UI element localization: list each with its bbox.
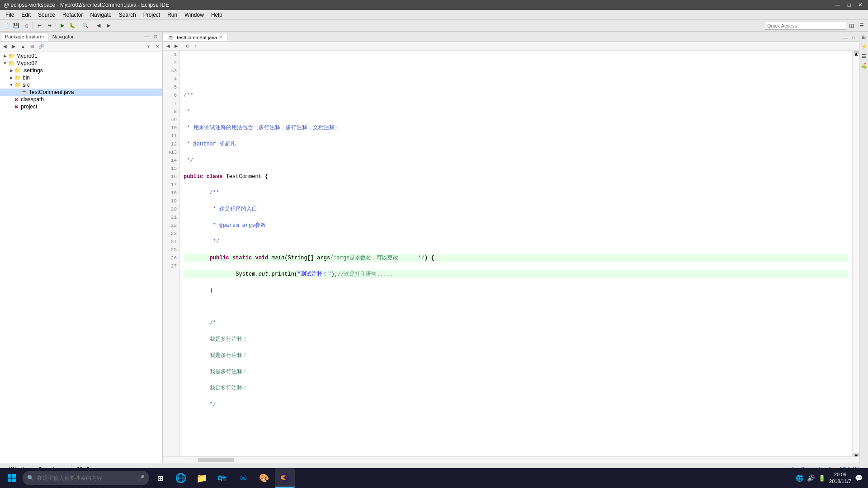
menu-edit[interactable]: Edit	[18, 11, 34, 19]
browser-button[interactable]	[171, 468, 191, 488]
taskbar-search-wrap: 🔍 🎤	[23, 471, 149, 485]
tab-navigator[interactable]: Navigator	[48, 33, 78, 41]
left-toolbar: ◀ ▶ ▲ ⊟ 🔗 ▾ ✕	[0, 42, 162, 52]
notification-icon[interactable]: 💬	[855, 474, 863, 482]
volume-icon[interactable]: 🔊	[807, 474, 815, 482]
mail-button[interactable]: ✉	[233, 468, 253, 488]
menu-project[interactable]: Project	[140, 11, 164, 19]
tree-item-classpath[interactable]: ▶ ✖ .classpath	[0, 96, 162, 103]
tree-item-testcomment[interactable]: ▶ ☕ TestComment.java	[0, 89, 162, 96]
menu-refactor[interactable]: Refactor	[59, 11, 86, 19]
right-icon-2[interactable]: ⚡	[860, 42, 868, 52]
folder-icon-settings: 📁	[14, 67, 21, 74]
window-controls[interactable]: — □ ✕	[833, 2, 864, 8]
scroll-up-button[interactable]: ▲	[854, 51, 859, 54]
run-button[interactable]: ▶	[58, 21, 67, 30]
search-button[interactable]: 🔍	[81, 21, 90, 30]
taskbar-mic-icon[interactable]: 🎤	[138, 475, 145, 481]
view-menu-button[interactable]: ▾	[144, 42, 152, 51]
right-icon-4[interactable]: ⛳	[860, 61, 868, 70]
editor-maximize-button[interactable]: □	[850, 34, 857, 41]
svg-rect-3	[12, 479, 16, 482]
tree-item-src[interactable]: ▼ 📁 src	[0, 81, 162, 89]
tree-item-project-file[interactable]: ▶ ✖ .project	[0, 103, 162, 110]
code-line-23	[184, 417, 849, 425]
line-1: 1	[163, 51, 179, 59]
code-line-3: /**	[184, 91, 849, 99]
code-scroll-area[interactable]: 1 2 ⊖3 4 5 6 7 8 ⊖9 10 11 12 ⊖13 14 15 1…	[163, 51, 859, 456]
line-8: 8	[163, 108, 179, 116]
menu-file[interactable]: File	[2, 11, 18, 19]
tree-arrow-settings[interactable]: ▶	[8, 68, 14, 73]
scroll-down-button[interactable]: ▼	[854, 453, 859, 456]
network-icon[interactable]: 🌐	[796, 474, 803, 482]
quick-access-input[interactable]	[765, 22, 846, 30]
back-nav-button[interactable]: ◀	[1, 42, 9, 51]
minimize-button[interactable]: —	[833, 2, 842, 8]
save-button[interactable]: 💾	[12, 21, 21, 30]
new-button[interactable]: 📄	[2, 21, 11, 30]
tab-package-explorer[interactable]: Package Explorer	[1, 33, 48, 41]
tree-item-bin[interactable]: ▶ 📁 bin	[0, 74, 162, 81]
tab-close-button[interactable]: ✕	[219, 35, 222, 40]
tree-item-mypro02[interactable]: ▼ 📁 Mypro02	[0, 60, 162, 67]
tree-arrow-bin[interactable]: ▶	[8, 75, 14, 80]
up-nav-button[interactable]: ▲	[19, 42, 27, 51]
horizontal-scrollbar[interactable]	[163, 456, 859, 463]
taskbar-search-input[interactable]	[23, 471, 149, 485]
tree-label-classpath: .classpath	[19, 96, 44, 103]
debug-button[interactable]: 🐛	[68, 21, 77, 30]
main-area: Package Explorer Navigator — □ ◀ ▶ ▲ ⊟ 🔗…	[0, 32, 868, 463]
menu-source[interactable]: Source	[34, 11, 59, 19]
left-tabs: Package Explorer Navigator — □	[0, 32, 162, 42]
next-edit-button[interactable]: ▶	[173, 42, 180, 50]
menu-run[interactable]: Run	[164, 11, 181, 19]
last-edit-button[interactable]: ⊙	[184, 42, 191, 50]
minimize-panel-button[interactable]: —	[142, 33, 151, 41]
prev-edit-button[interactable]: ◀	[165, 42, 172, 50]
code-line-24	[184, 433, 849, 441]
maximize-panel-button[interactable]: □	[151, 33, 160, 41]
taskbar-clock[interactable]: 20:09 2018/11/7	[829, 471, 851, 485]
code-area[interactable]: 1 2 ⊖3 4 5 6 7 8 ⊖9 10 11 12 ⊖13 14 15 1…	[163, 51, 859, 463]
open-perspective-button[interactable]: ☰	[857, 21, 866, 30]
maximize-button[interactable]: □	[846, 2, 853, 8]
tree-arrow-mypro01[interactable]: ▶	[2, 54, 8, 58]
forward-button[interactable]: ▶	[104, 21, 113, 30]
line-7: 7	[163, 99, 179, 108]
close-view-button[interactable]: ✕	[153, 42, 161, 51]
redo-button[interactable]: ↪	[45, 21, 54, 30]
collapse-all-button[interactable]: ⊟	[28, 42, 36, 51]
menu-navigate[interactable]: Navigate	[86, 11, 115, 19]
line-9: ⊖9	[163, 116, 179, 124]
store-button[interactable]: 🛍	[212, 468, 232, 488]
editor-tab-testcomment[interactable]: ☕ TestComment.java ✕	[163, 33, 227, 41]
taskview-button[interactable]: ⊞	[150, 468, 170, 488]
start-button[interactable]	[2, 468, 22, 488]
editor-minimize-button[interactable]: —	[842, 34, 849, 41]
right-icon-3[interactable]: ☰	[861, 52, 867, 61]
code-content[interactable]: /** * * 用来测试注释的用法包含（多行注释，多行注释，文档注释） * @a…	[180, 51, 852, 456]
hscroll-thumb[interactable]	[198, 458, 234, 462]
forward-nav-button[interactable]: ▶	[10, 42, 18, 51]
menu-window[interactable]: Window	[181, 11, 208, 19]
explorer-button[interactable]: 📁	[192, 468, 212, 488]
tree-item-mypro01[interactable]: ▶ 📁 Mypro01	[0, 52, 162, 60]
next-annotation-button[interactable]: ↕	[192, 42, 199, 50]
undo-button[interactable]: ↩	[35, 21, 44, 30]
print-button[interactable]: 🖨	[22, 21, 31, 30]
back-button[interactable]: ◀	[94, 21, 103, 30]
right-icon-1[interactable]: ⊞	[861, 33, 867, 42]
editor-tab-label: TestComment.java	[176, 35, 217, 40]
photos-button[interactable]: 🎨	[254, 468, 274, 488]
menu-help[interactable]: Help	[208, 11, 226, 19]
link-editor-button[interactable]: 🔗	[37, 42, 45, 51]
tree-arrow-src[interactable]: ▼	[8, 83, 14, 87]
tree-arrow-mypro02[interactable]: ▼	[2, 61, 8, 66]
close-button[interactable]: ✕	[856, 2, 864, 8]
eclipse-button[interactable]	[275, 468, 295, 488]
taskbar-date: 2018/11/7	[829, 478, 851, 485]
menu-search[interactable]: Search	[115, 11, 140, 19]
tree-item-settings[interactable]: ▶ 📁 .settings	[0, 67, 162, 74]
perspective-button[interactable]: ⊞	[847, 21, 856, 30]
